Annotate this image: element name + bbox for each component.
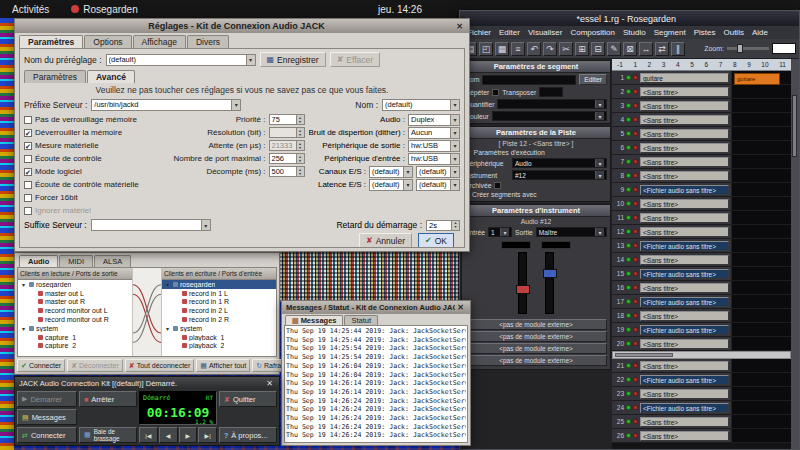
track-mute-led[interactable] [626,271,631,276]
segment-edit-button[interactable]: Editer [579,74,607,85]
track-name[interactable]: <Sans titre> [640,255,729,265]
track-row[interactable]: 24 <Fichier audio sans titre> [612,401,791,415]
menu-item[interactable]: Studio [620,28,649,37]
playback-fader[interactable] [545,252,554,314]
spin-arrows-icon[interactable] [451,221,459,230]
segment-canvas[interactable] [731,85,791,98]
ok-button[interactable]: OK [418,233,454,248]
track-name[interactable]: <Sans titre> [640,227,729,237]
track-row[interactable]: 22 <Fichier audio sans titre> [612,373,791,387]
port-row[interactable]: record monitor out L [18,306,132,315]
track-header[interactable]: 1 guitare [612,71,731,84]
track-record-led[interactable] [633,341,638,346]
segment-canvas[interactable] [731,239,791,252]
close-icon[interactable] [454,21,465,32]
track-mute-led[interactable] [626,313,631,318]
messages-button[interactable]: Messages [17,409,77,425]
segment-canvas[interactable] [731,401,791,414]
menu-item[interactable]: Aide [749,28,771,37]
track-row[interactable]: 8 <Sans titre> [612,169,791,183]
plugin-slot-button[interactable]: <pas de module externe> [465,331,607,342]
track-record-led[interactable] [633,313,638,318]
track-header[interactable]: 20 <Sans titre> [612,337,731,350]
out-channels-select[interactable]: (default) [416,166,460,178]
track-row[interactable]: 23 <Sans titre> [612,387,791,401]
track-record-led[interactable] [633,299,638,304]
active-app-indicator[interactable]: Rosegarden [61,4,147,15]
segment-canvas[interactable] [731,113,791,126]
close-icon[interactable] [783,13,794,24]
track-name[interactable]: guitare [640,73,729,83]
record-fader-handle[interactable] [516,285,530,294]
timeline-ruler[interactable]: -11234567891011 [612,59,791,71]
track-name[interactable]: <Fichier audio sans titre> [640,375,729,385]
cancel-button[interactable]: Annuler [359,233,412,248]
connection-action-button[interactable]: ✔ Connecter [17,359,65,372]
track-name[interactable]: <Sans titre> [640,431,729,441]
segment-canvas[interactable] [731,225,791,238]
track-mute-led[interactable] [626,89,631,94]
expander-icon[interactable]: ▾ [22,281,27,288]
close-icon[interactable] [455,302,466,313]
save-file-icon[interactable]: ▦ [495,42,509,56]
track-name[interactable]: <Sans titre> [640,311,729,321]
track-mute-led[interactable] [626,391,631,396]
track-name[interactable]: <Sans titre> [640,389,729,399]
track-mute-led[interactable] [626,243,631,248]
track-record-led[interactable] [633,215,638,220]
track-name[interactable]: <Sans titre> [640,283,729,293]
track-row[interactable]: 4 <Sans titre> [612,113,791,127]
track-row[interactable]: 15 <Fichier audio sans titre> [612,267,791,281]
track-mute-led[interactable] [626,257,631,262]
draw-icon[interactable]: ✎ [607,42,621,56]
segment-canvas[interactable] [731,155,791,168]
tab-messages[interactable]: Messages [285,315,343,325]
track-record-led[interactable] [633,131,638,136]
track-name[interactable]: <Sans titre> [640,339,729,349]
track-record-led[interactable] [633,419,638,424]
track-header[interactable]: 9 <Fichier audio sans titre> [612,183,731,196]
settings-checkbox-row[interactable]: Écoute de contrôle matérielle [24,178,160,191]
server-suffix-select[interactable] [91,219,211,231]
server-prefix-select[interactable]: /usr/bin/jackd [91,99,241,111]
track-name[interactable]: <Fichier audio sans titre> [640,269,729,279]
track-mute-led[interactable] [626,363,631,368]
track-header[interactable]: 21 <Sans titre> [612,359,731,372]
port-row[interactable]: master out L [18,289,132,298]
port-row[interactable]: ▾ rosegarden [162,280,276,289]
port-row[interactable]: playback_2 [162,342,276,351]
stop-button[interactable]: Arrêter [79,391,137,407]
track-row[interactable]: 5 <Sans titre> [612,127,791,141]
menu-item[interactable]: Visualiser [525,28,566,37]
plugin-slot-button[interactable]: <pas de module externe> [465,355,607,366]
track-record-led[interactable] [633,433,638,438]
segment-transpose-input[interactable] [539,87,563,97]
menu-item[interactable]: Outils [720,28,746,37]
segment-canvas[interactable] [731,337,791,350]
port-row[interactable]: ▾ system [18,324,132,333]
checkbox[interactable] [24,194,32,202]
menu-item[interactable]: Editer [496,28,523,37]
settings-checkbox-row[interactable]: ✔ Déverrouiller la mémoire [24,126,160,139]
audio-segment-guitare[interactable]: guitare [734,73,780,85]
track-name[interactable]: <Fichier audio sans titre> [640,325,729,335]
checkbox[interactable] [24,207,32,215]
port-row[interactable]: record in 2 R [162,315,276,324]
spin-input[interactable]: 500 [269,166,305,177]
track-parameters-header[interactable]: Paramètres de la Piste [462,127,610,139]
port-row[interactable]: ▾ rosegarden [18,280,132,289]
segment-canvas[interactable] [731,387,791,400]
track-mute-led[interactable] [626,145,631,150]
spin-arrows-icon[interactable] [296,154,304,163]
dither-select[interactable]: Aucun [408,127,460,139]
menu-item[interactable]: Segment [651,28,689,37]
settings-checkbox-row[interactable]: Pas de verrouillage mémoire [24,113,160,126]
settings-checkbox-row[interactable]: Ignorer matériel [24,204,160,217]
track-header[interactable]: 15 <Fichier audio sans titre> [612,267,731,280]
segment-parameters-header[interactable]: Paramètres de segment [462,61,610,73]
segment-canvas[interactable] [731,211,791,224]
messages-titlebar[interactable]: Messages / Statut - Kit de Connexion Aud… [282,301,470,314]
track-record-led[interactable] [633,89,638,94]
track-instrument-select[interactable]: #12 [512,170,607,180]
transport-button[interactable]: ▶ [179,427,198,443]
